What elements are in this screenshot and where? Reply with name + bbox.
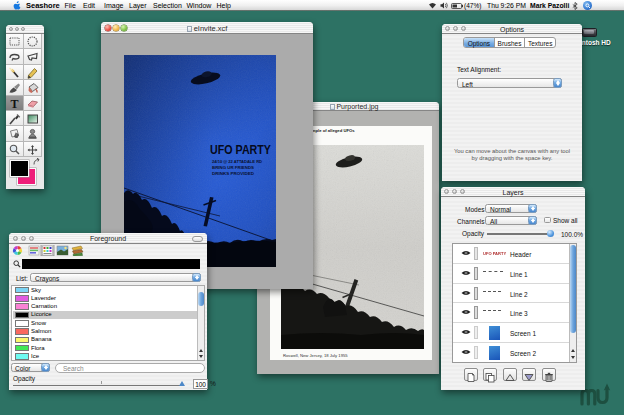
svg-text:24/10 @ 22 ATTADALE RD: 24/10 @ 22 ATTADALE RD bbox=[212, 159, 262, 164]
svg-text:DRINKS PROVIDED: DRINKS PROVIDED bbox=[212, 171, 254, 176]
svg-text:T: T bbox=[10, 97, 18, 111]
svg-text:UFO PARTY: UFO PARTY bbox=[210, 142, 271, 157]
svg-text:BRING UR FRIENDS: BRING UR FRIENDS bbox=[212, 165, 254, 170]
